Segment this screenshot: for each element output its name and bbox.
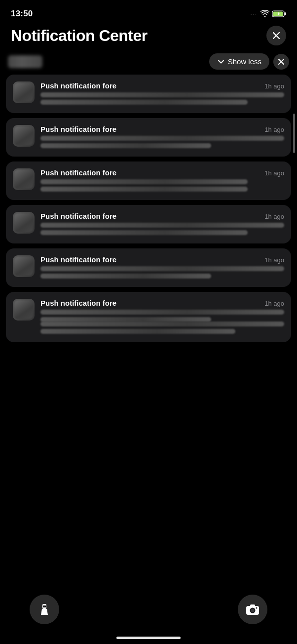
svg-rect-1	[285, 12, 286, 15]
notif-header: Push notification fore 1h ago	[40, 255, 284, 264]
notif-body-line	[40, 266, 284, 271]
home-indicator	[116, 637, 181, 639]
notif-body-line	[40, 100, 248, 105]
status-icons: ···	[251, 10, 286, 17]
notif-header: Push notification fore 1h ago	[40, 125, 284, 133]
notif-title: Push notification fore	[40, 255, 116, 264]
notification-card[interactable]: Push notification fore 1h ago	[6, 248, 291, 287]
svg-point-13	[256, 607, 258, 609]
notif-body-line	[40, 136, 284, 141]
notif-app-icon	[13, 255, 35, 277]
notif-body-line	[40, 92, 284, 97]
notif-app-icon	[13, 81, 35, 103]
notif-content: Push notification fore 1h ago	[40, 212, 284, 238]
notif-body-line	[40, 310, 284, 315]
notif-app-icon	[13, 299, 35, 321]
notif-app-icon	[13, 212, 35, 234]
notif-app-icon	[13, 125, 35, 147]
notification-card[interactable]: Push notification fore 1h ago	[6, 161, 291, 200]
torch-icon	[38, 603, 51, 616]
app-group-icon	[8, 55, 42, 68]
notif-content: Push notification fore 1h ago	[40, 255, 284, 281]
wifi-icon	[260, 10, 269, 17]
notif-content: Push notification fore 1h ago	[40, 81, 284, 107]
group-controls: Show less	[209, 53, 289, 70]
camera-icon	[246, 604, 260, 615]
chevron-down-icon	[217, 58, 225, 66]
notif-body-line	[40, 187, 248, 192]
close-icon	[273, 32, 280, 39]
notif-time: 1h ago	[264, 169, 284, 177]
signal-icon: ···	[251, 11, 258, 17]
notif-time: 1h ago	[264, 300, 284, 307]
page-title: Notification Center	[11, 27, 148, 45]
notif-time: 1h ago	[264, 126, 284, 133]
notif-header: Push notification fore 1h ago	[40, 168, 284, 177]
camera-button[interactable]	[238, 595, 267, 624]
notif-title: Push notification fore	[40, 125, 116, 133]
notif-body-line	[40, 274, 211, 279]
notif-content: Push notification fore 1h ago	[40, 168, 284, 194]
notif-body-line	[40, 230, 248, 235]
notif-title: Push notification fore	[40, 168, 116, 177]
notif-time: 1h ago	[264, 213, 284, 220]
notif-title: Push notification fore	[40, 81, 116, 90]
notification-card[interactable]: Push notification fore 1h ago	[6, 205, 291, 243]
notif-body-line	[40, 223, 284, 228]
svg-point-11	[251, 609, 255, 612]
header: Notification Center	[0, 24, 297, 53]
scrollbar-thumb	[293, 114, 295, 153]
notification-card[interactable]: Push notification fore 1h ago	[6, 292, 291, 342]
notification-card[interactable]: Push notification fore 1h ago	[6, 118, 291, 157]
notif-body-line	[40, 143, 211, 148]
status-bar: 13:50 ···	[0, 0, 297, 24]
svg-rect-12	[250, 604, 255, 606]
notifications-list: Push notification fore 1h ago Push notif…	[0, 75, 297, 342]
torch-button[interactable]	[30, 595, 59, 624]
notification-card[interactable]: Push notification fore 1h ago	[6, 75, 291, 113]
battery-icon	[272, 10, 286, 17]
close-notification-center-button[interactable]	[266, 26, 286, 45]
extra-line	[40, 329, 235, 334]
notif-app-icon	[13, 168, 35, 190]
dismiss-group-button[interactable]	[273, 54, 289, 70]
show-less-label: Show less	[228, 57, 261, 66]
notif-content: Push notification fore 1h ago	[40, 125, 284, 151]
extra-notif-lines	[40, 322, 284, 336]
app-group-row: Show less	[0, 53, 297, 75]
show-less-button[interactable]: Show less	[209, 53, 269, 70]
svg-rect-8	[43, 605, 46, 607]
notif-content: Push notification fore 1h ago	[40, 299, 284, 324]
notif-time: 1h ago	[264, 256, 284, 264]
notif-header: Push notification fore 1h ago	[40, 299, 284, 307]
notif-header: Push notification fore 1h ago	[40, 212, 284, 220]
notif-title: Push notification fore	[40, 212, 116, 220]
close-group-icon	[278, 59, 284, 65]
scrollbar-track[interactable]	[293, 109, 295, 306]
notif-header: Push notification fore 1h ago	[40, 81, 284, 90]
notif-body-line	[40, 179, 248, 184]
status-time: 13:50	[11, 9, 33, 19]
bottom-bar	[0, 595, 297, 624]
notif-title: Push notification fore	[40, 299, 116, 307]
extra-line	[40, 322, 284, 326]
notif-time: 1h ago	[264, 82, 284, 90]
